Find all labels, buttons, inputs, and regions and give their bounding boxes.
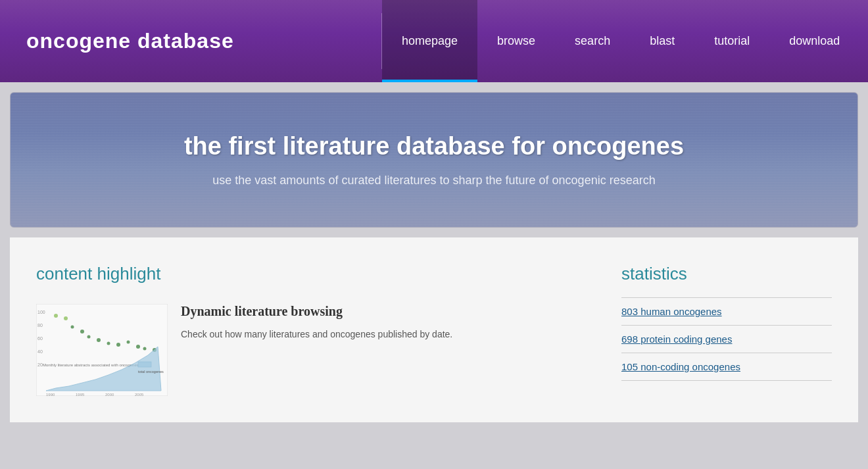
svg-point-7 [64, 316, 68, 320]
hero-title: the first literature database for oncoge… [37, 132, 831, 160]
stat-noncoding[interactable]: 105 non-coding oncogenes [621, 353, 832, 381]
nav-download[interactable]: download [769, 0, 859, 82]
svg-text:60: 60 [37, 336, 43, 341]
svg-text:2005: 2005 [135, 393, 144, 396]
chart-container: 100 80 60 40 20 [36, 304, 595, 396]
svg-point-11 [97, 338, 101, 342]
site-logo: oncogene database [26, 29, 234, 53]
main-content: content highlight 100 80 60 40 20 [10, 237, 858, 422]
literature-chart: 100 80 60 40 20 [36, 304, 168, 396]
hero-subtitle: use the vast amounts of curated literatu… [37, 174, 831, 187]
svg-point-8 [71, 326, 74, 329]
hero-banner: the first literature database for oncoge… [10, 92, 858, 228]
svg-point-14 [127, 341, 130, 344]
svg-text:100: 100 [37, 310, 45, 314]
svg-text:total oncogenes: total oncogenes [138, 370, 164, 374]
svg-text:80: 80 [37, 323, 43, 328]
svg-text:40: 40 [37, 349, 43, 354]
stat-human-oncogenes[interactable]: 803 human oncogenes [621, 297, 832, 326]
svg-text:1990: 1990 [46, 393, 55, 396]
nav-blast[interactable]: blast [630, 0, 694, 82]
content-highlight-title: content highlight [36, 264, 595, 284]
svg-text:20: 20 [37, 362, 43, 367]
header: oncogene database homepage browse search… [0, 0, 868, 82]
svg-point-10 [87, 335, 91, 339]
svg-point-6 [54, 314, 58, 318]
logo-area: oncogene database [0, 0, 381, 82]
nav-browse[interactable]: browse [477, 0, 555, 82]
svg-point-13 [116, 343, 120, 347]
stat-protein-coding[interactable]: 698 protein coding genes [621, 326, 832, 353]
nav-tutorial[interactable]: tutorial [694, 0, 769, 82]
svg-point-12 [107, 342, 110, 345]
svg-text:Monthly literature abstracts a: Monthly literature abstracts associated … [43, 363, 139, 367]
main-nav: homepage browse search blast tutorial do… [382, 0, 868, 82]
chart-title: Dynamic literature browsing [181, 304, 595, 319]
statistics-title: statistics [621, 264, 832, 284]
nav-search[interactable]: search [555, 0, 630, 82]
statistics-section: statistics 803 human oncogenes 698 prote… [621, 264, 832, 396]
chart-desc-text: Check out how many literatures and oncog… [181, 327, 595, 341]
chart-description: Dynamic literature browsing Check out ho… [181, 304, 595, 341]
svg-point-9 [80, 330, 84, 333]
nav-homepage[interactable]: homepage [382, 0, 477, 82]
svg-point-15 [136, 345, 140, 349]
svg-point-16 [143, 347, 147, 351]
svg-rect-23 [138, 362, 151, 367]
chart-image: 100 80 60 40 20 [36, 304, 168, 396]
svg-text:2000: 2000 [105, 393, 114, 396]
content-highlight-section: content highlight 100 80 60 40 20 [36, 264, 595, 396]
svg-text:1995: 1995 [76, 393, 85, 396]
